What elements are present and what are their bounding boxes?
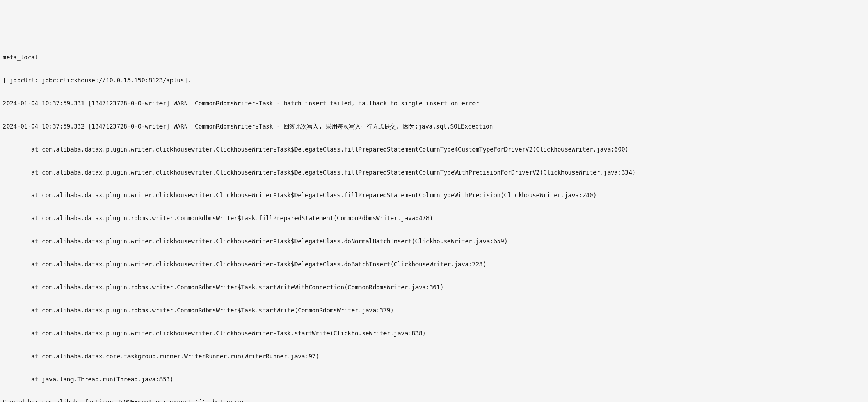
log-output: meta_local ] jdbcUrl:[jdbc:clickhouse://… xyxy=(0,38,868,402)
log-line: 2024-01-04 10:37:59.332 [1347123728-0-0-… xyxy=(3,123,865,130)
log-line: meta_local xyxy=(3,54,865,61)
log-line: at com.alibaba.datax.plugin.writer.click… xyxy=(3,260,865,268)
log-line: at com.alibaba.datax.plugin.writer.click… xyxy=(3,146,865,153)
log-line: at com.alibaba.datax.plugin.rdbms.writer… xyxy=(3,214,865,222)
log-line: at com.alibaba.datax.plugin.writer.click… xyxy=(3,330,865,337)
log-line: at com.alibaba.datax.plugin.writer.click… xyxy=(3,237,865,245)
log-line: at com.alibaba.datax.plugin.writer.click… xyxy=(3,169,865,176)
log-line: 2024-01-04 10:37:59.331 [1347123728-0-0-… xyxy=(3,100,865,107)
log-line: at com.alibaba.datax.plugin.rdbms.writer… xyxy=(3,306,865,314)
log-line: ] jdbcUrl:[jdbc:clickhouse://10.0.15.150… xyxy=(3,77,865,84)
log-line: Caused by: com.alibaba.fastjson.JSONExce… xyxy=(3,398,865,402)
log-line: at java.lang.Thread.run(Thread.java:853) xyxy=(3,376,865,383)
log-line: at com.alibaba.datax.core.taskgroup.runn… xyxy=(3,353,865,360)
log-line: at com.alibaba.datax.plugin.writer.click… xyxy=(3,191,865,199)
log-line: at com.alibaba.datax.plugin.rdbms.writer… xyxy=(3,283,865,291)
